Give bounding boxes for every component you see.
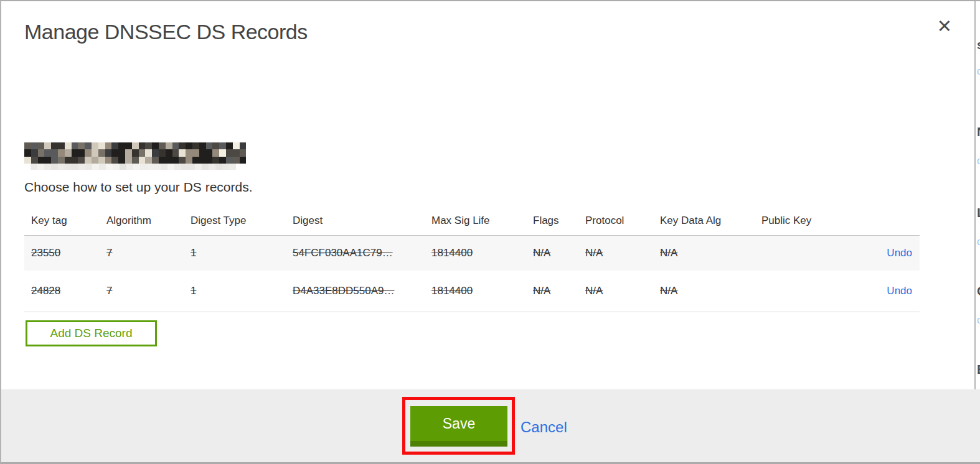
cell-flags: N/A bbox=[533, 285, 550, 297]
domain-name-redacted-shadow bbox=[31, 164, 236, 170]
dnssec-modal: Manage DNSSEC DS Records ✕ Choose how to… bbox=[0, 0, 980, 464]
cell-max-sig-life: 1814400 bbox=[431, 247, 473, 259]
cell-key-tag: 24828 bbox=[31, 285, 60, 297]
table-header-row: Key tag Algorithm Digest Type Digest Max… bbox=[24, 206, 920, 235]
undo-link[interactable]: Undo bbox=[887, 247, 912, 259]
cell-key-data-alg: N/A bbox=[660, 285, 677, 297]
subtitle: Choose how to set up your DS records. bbox=[24, 180, 253, 195]
col-header-public-key: Public Key bbox=[755, 206, 848, 235]
close-icon[interactable]: ✕ bbox=[933, 15, 956, 37]
col-header-digest: Digest bbox=[286, 206, 425, 235]
cell-protocol: N/A bbox=[585, 247, 603, 259]
cell-max-sig-life: 1814400 bbox=[431, 285, 473, 297]
background-text-fragment: C bbox=[977, 284, 980, 299]
cell-digest-type: 1 bbox=[191, 247, 196, 259]
col-header-flags: Flags bbox=[526, 206, 578, 235]
cancel-link[interactable]: Cancel bbox=[521, 419, 567, 436]
cell-protocol: N/A bbox=[585, 285, 603, 297]
col-header-max-sig-life: Max Sig Life bbox=[425, 206, 526, 235]
col-header-key-data-alg: Key Data Alg bbox=[653, 206, 755, 235]
col-header-actions bbox=[848, 206, 920, 235]
table-row: 24828 7 1 D4A33E8DD550A9… 1814400 N/A N/… bbox=[24, 271, 920, 312]
background-link-fragment: o bbox=[977, 236, 980, 248]
col-header-key-tag: Key tag bbox=[24, 206, 100, 235]
undo-link[interactable]: Undo bbox=[887, 285, 912, 297]
cell-algorithm: 7 bbox=[106, 247, 112, 259]
save-button[interactable]: Save bbox=[410, 406, 507, 447]
cell-digest: D4A33E8DD550A9… bbox=[293, 285, 394, 297]
cell-key-data-alg: N/A bbox=[660, 247, 677, 259]
ds-records-table: Key tag Algorithm Digest Type Digest Max… bbox=[24, 206, 920, 312]
col-header-digest-type: Digest Type bbox=[184, 206, 286, 235]
cell-digest: 54FCF030AA1C79… bbox=[293, 247, 393, 259]
cell-flags: N/A bbox=[533, 247, 550, 259]
col-header-protocol: Protocol bbox=[578, 206, 653, 235]
background-page-sliver: sNLCEoooo bbox=[976, 1, 980, 389]
page-title: Manage DNSSEC DS Records bbox=[24, 20, 308, 44]
cell-key-tag: 23550 bbox=[31, 247, 60, 259]
background-link-fragment: o bbox=[977, 315, 980, 326]
background-link-fragment: o bbox=[977, 66, 980, 77]
background-link-fragment: o bbox=[977, 155, 980, 167]
domain-name-redacted bbox=[24, 142, 247, 164]
cell-algorithm: 7 bbox=[106, 285, 112, 297]
cell-digest-type: 1 bbox=[191, 285, 196, 297]
background-text-fragment: E bbox=[977, 362, 980, 377]
background-text-fragment: s bbox=[977, 37, 980, 52]
add-ds-record-button[interactable]: Add DS Record bbox=[26, 320, 157, 346]
background-text-fragment: L bbox=[977, 205, 980, 220]
table-row: 23550 7 1 54FCF030AA1C79… 1814400 N/A N/… bbox=[24, 235, 920, 271]
col-header-algorithm: Algorithm bbox=[100, 206, 184, 235]
background-text-fragment: N bbox=[977, 124, 980, 139]
